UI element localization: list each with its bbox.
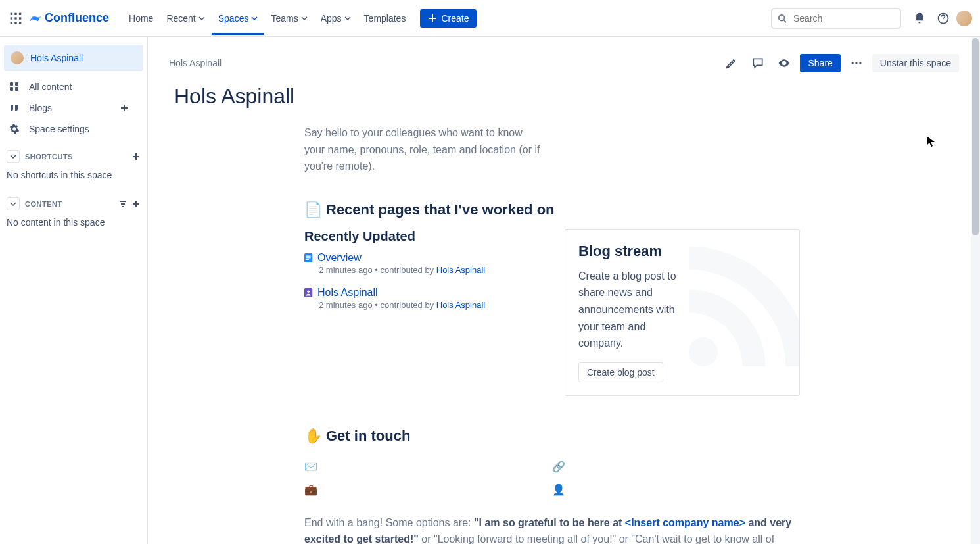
search-icon <box>778 14 787 23</box>
recent-item-link[interactable]: Overview <box>304 252 546 264</box>
edit-icon[interactable] <box>721 53 742 74</box>
svg-rect-1 <box>14 12 16 14</box>
recent-item: Hols Aspinall 2 minutes ago • contribute… <box>304 287 546 310</box>
notifications-icon[interactable] <box>909 8 930 29</box>
comment-icon[interactable] <box>747 53 768 74</box>
top-nav: Confluence Home Recent Spaces Teams Apps… <box>0 0 980 37</box>
scrollbar-thumb[interactable] <box>972 38 979 235</box>
sidebar-shortcuts-header[interactable]: SHORTCUTS <box>0 147 147 166</box>
sidebar-blogs[interactable]: Blogs <box>0 97 147 118</box>
hand-emoji-icon: ✋ <box>304 428 322 445</box>
svg-rect-14 <box>15 87 18 91</box>
sidebar-space-settings[interactable]: Space settings <box>0 118 147 139</box>
add-blog-icon[interactable] <box>120 103 129 112</box>
recent-pages-heading: 📄 Recent pages that I've worked on <box>304 201 800 218</box>
contact-grid: ✉️ 🔗 💼 👤 <box>304 455 800 501</box>
sidebar-content-header[interactable]: CONTENT <box>0 195 147 213</box>
breadcrumb[interactable]: Hols Aspinall <box>169 58 222 68</box>
contact-email-icon: ✉️ <box>304 455 552 478</box>
svg-rect-0 <box>11 12 12 14</box>
svg-rect-20 <box>306 257 311 258</box>
page-title: Hols Aspinall <box>169 84 959 109</box>
get-in-touch-heading: ✋ Get in touch <box>304 428 800 445</box>
avatar[interactable] <box>956 11 972 26</box>
svg-rect-4 <box>14 17 16 19</box>
recent-item-meta: 2 minutes ago • contributed by Hols Aspi… <box>304 265 546 275</box>
collapse-icon[interactable] <box>7 197 20 210</box>
svg-point-23 <box>307 290 310 293</box>
chevron-down-icon <box>251 15 258 22</box>
svg-rect-12 <box>15 82 18 86</box>
share-button[interactable]: Share <box>800 54 840 72</box>
svg-rect-7 <box>14 22 16 24</box>
intro-text: Say hello to your colleagues who want to… <box>304 124 541 175</box>
space-avatar <box>11 51 24 64</box>
svg-point-24 <box>689 337 718 366</box>
gear-icon <box>9 124 20 134</box>
svg-rect-8 <box>19 22 21 24</box>
nav-teams[interactable]: Teams <box>264 9 314 28</box>
main-content: Hols Aspinall Share Unstar this space Ho… <box>148 37 980 544</box>
space-icon <box>304 287 314 298</box>
search-input[interactable] <box>771 8 901 29</box>
sidebar-space-name[interactable]: Hols Aspinall <box>4 45 143 71</box>
grid-icon <box>9 82 20 92</box>
chevron-down-icon <box>301 15 308 22</box>
watch-icon[interactable] <box>774 53 795 74</box>
svg-rect-11 <box>10 82 13 86</box>
contact-link-icon: 🔗 <box>552 455 800 478</box>
svg-point-15 <box>851 62 853 64</box>
help-icon[interactable] <box>933 8 954 29</box>
svg-rect-2 <box>19 12 21 14</box>
blog-card-text: Create a blog post to share news and ann… <box>578 268 684 352</box>
svg-rect-3 <box>11 17 12 19</box>
recent-item-meta: 2 minutes ago • contributed by Hols Aspi… <box>304 300 546 310</box>
svg-point-9 <box>779 14 785 20</box>
nav-items: Home Recent Spaces Teams Apps Templates … <box>122 2 477 35</box>
chevron-down-icon <box>344 15 351 22</box>
page-actions: Share Unstar this space <box>721 53 959 74</box>
create-blog-post-button[interactable]: Create blog post <box>578 362 663 382</box>
nav-home[interactable]: Home <box>122 9 160 28</box>
breadcrumb-row: Hols Aspinall Share Unstar this space <box>169 53 959 74</box>
contact-person-icon: 👤 <box>552 478 800 501</box>
unstar-button[interactable]: Unstar this space <box>872 54 959 72</box>
content-empty-text: No content in this space <box>0 213 147 232</box>
add-shortcut-icon[interactable] <box>131 152 141 161</box>
nav-templates[interactable]: Templates <box>358 9 413 28</box>
closing-text: End with a bang! Some options are: "I am… <box>304 514 800 544</box>
app-switcher-icon[interactable] <box>8 11 24 26</box>
nav-spaces[interactable]: Spaces <box>212 2 265 35</box>
nav-recent[interactable]: Recent <box>160 9 211 28</box>
filter-icon[interactable] <box>118 199 128 209</box>
svg-rect-5 <box>19 17 21 19</box>
recent-item: Overview 2 minutes ago • contributed by … <box>304 252 546 275</box>
page-icon <box>304 253 314 263</box>
sidebar: Hols Aspinall All content Blogs Space se… <box>0 37 148 544</box>
chevron-down-icon <box>198 15 205 22</box>
shortcuts-empty-text: No shortcuts in this space <box>0 166 147 184</box>
quote-icon <box>9 103 20 113</box>
plus-icon <box>428 14 437 23</box>
search-box <box>771 8 901 29</box>
nav-apps[interactable]: Apps <box>314 9 358 28</box>
add-content-icon[interactable] <box>131 199 141 209</box>
svg-rect-19 <box>306 255 311 256</box>
company-name-placeholder[interactable]: <Insert company name> <box>625 517 745 528</box>
collapse-icon[interactable] <box>7 150 20 163</box>
page-emoji-icon: 📄 <box>304 201 322 218</box>
create-button[interactable]: Create <box>420 9 477 28</box>
author-link[interactable]: Hols Aspinall <box>436 265 485 275</box>
author-link[interactable]: Hols Aspinall <box>436 300 485 310</box>
cursor-icon <box>926 136 935 149</box>
sidebar-all-content[interactable]: All content <box>0 76 147 97</box>
svg-point-16 <box>855 62 857 64</box>
more-actions-icon[interactable] <box>846 53 867 74</box>
contact-briefcase-icon: 💼 <box>304 478 552 501</box>
blog-stream-card: Blog stream Create a blog post to share … <box>565 229 800 396</box>
svg-point-17 <box>859 62 861 64</box>
blog-card-title: Blog stream <box>578 243 786 260</box>
recent-item-link[interactable]: Hols Aspinall <box>304 287 546 299</box>
confluence-logo[interactable]: Confluence <box>29 11 109 25</box>
svg-rect-6 <box>11 22 12 24</box>
